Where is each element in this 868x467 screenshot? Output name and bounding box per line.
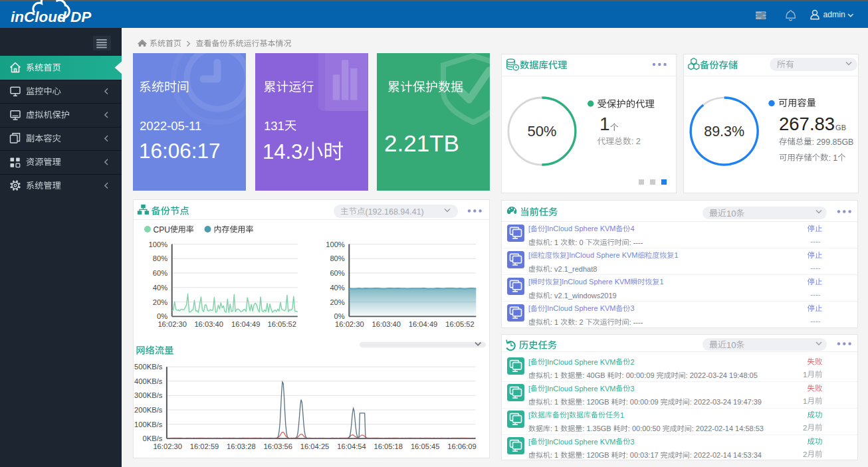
svg-text:16:02:30: 16:02:30 (153, 442, 182, 450)
svg-text:300KB/s: 300KB/s (134, 391, 163, 399)
svg-text:: 1: : 1 (828, 153, 837, 163)
svg-text:131: 131 (264, 119, 284, 133)
svg-text:----: ---- (810, 264, 820, 272)
svg-text:: 2: : 2 (631, 136, 641, 146)
svg-text:20%: 20% (330, 298, 344, 306)
svg-text:2022-05-11: 2022-05-11 (140, 119, 201, 133)
svg-text:: 1: : 1 (550, 371, 560, 379)
svg-text:400KB/s: 400KB/s (134, 377, 163, 385)
svg-text:16:05:45: 16:05:45 (411, 442, 440, 450)
svg-text:2: 2 (803, 424, 807, 432)
svg-text:16:05:52: 16:05:52 (445, 320, 475, 328)
svg-text:[: [ (528, 438, 530, 446)
svg-text:80%: 80% (330, 254, 344, 262)
svg-text:: 1: : 1 (550, 318, 560, 326)
svg-text:: 299.85GB: : 299.85GB (812, 138, 854, 147)
svg-text:40%: 40% (330, 284, 344, 292)
svg-text:16:02:30: 16:02:30 (158, 320, 187, 328)
svg-text:2: 2 (630, 358, 634, 366)
svg-text:60%: 60% (330, 269, 344, 277)
svg-text:0%: 0% (334, 312, 345, 320)
svg-text:16:03:56: 16:03:56 (264, 442, 293, 450)
svg-text:[: [ (528, 385, 530, 393)
svg-text:: 1: : 1 (550, 424, 560, 432)
svg-text:: 120GB: : 120GB (582, 451, 611, 459)
svg-text:]InCloud Sphere KVM: ]InCloud Sphere KVM (545, 304, 615, 312)
svg-text:16:05:52: 16:05:52 (268, 320, 297, 328)
svg-text:]InCloud Sphere KVM: ]InCloud Sphere KVM (567, 251, 637, 259)
svg-text:100KB/s: 100KB/s (134, 420, 163, 428)
svg-text:GB: GB (835, 124, 846, 132)
svg-text:4: 4 (630, 225, 634, 233)
svg-text:----: ---- (810, 317, 820, 325)
svg-text:1: 1 (803, 397, 807, 405)
svg-text:]InCloud Sphere KVM: ]InCloud Sphere KVM (545, 225, 615, 233)
svg-text:: 40GB: : 40GB (582, 371, 607, 379)
svg-text:: ----: : ---- (629, 318, 643, 326)
svg-text:16:06:09: 16:06:09 (447, 442, 477, 450)
svg-text:[: [ (528, 251, 530, 259)
svg-text:: 00:00:09: : 00:00:09 (626, 398, 661, 406)
svg-text:: 1: : 1 (550, 451, 560, 459)
svg-text:]InCloud Sphere KVM: ]InCloud Sphere KVM (545, 438, 615, 446)
svg-text:267.83: 267.83 (779, 114, 835, 134)
svg-text:60%: 60% (153, 269, 167, 277)
svg-text:10: 10 (726, 340, 736, 350)
svg-text:20%: 20% (153, 298, 167, 306)
svg-text:16:03:40: 16:03:40 (194, 320, 223, 328)
svg-text:inCloud DP: inCloud DP (11, 9, 92, 25)
svg-text:[: [ (528, 225, 530, 233)
svg-text:: 2022-02-14 14:53:34: : 2022-02-14 14:53:34 (690, 451, 762, 459)
svg-text:16:03:28: 16:03:28 (227, 442, 256, 450)
svg-text:: v2.1_windows2019: : v2.1_windows2019 (550, 292, 617, 300)
svg-text:: ----: : ---- (629, 238, 643, 246)
svg-text:89.3%: 89.3% (704, 124, 744, 140)
svg-text:----: ---- (810, 290, 820, 298)
svg-text:16:05:18: 16:05:18 (374, 442, 403, 450)
svg-text:16:04:25: 16:04:25 (300, 442, 330, 450)
svg-text:[: [ (528, 304, 530, 312)
svg-text:3: 3 (630, 304, 634, 312)
svg-text:(192.168.94.41): (192.168.94.41) (366, 207, 424, 217)
svg-text:admin: admin (823, 10, 845, 19)
svg-text:: 0: : 0 (575, 238, 585, 246)
svg-text:: 00:00:09: : 00:00:09 (622, 371, 657, 379)
svg-text:100%: 100% (149, 240, 168, 248)
svg-text:CPU: CPU (154, 225, 170, 234)
svg-text:: 2022-03-24 19:48:05: : 2022-03-24 19:48:05 (686, 371, 758, 379)
svg-text:: 1: : 1 (550, 238, 560, 246)
svg-text:80%: 80% (153, 254, 167, 262)
svg-text:]InCloud Sphere KVM: ]InCloud Sphere KVM (545, 385, 615, 393)
svg-text:]InCloud Sphere KVM: ]InCloud Sphere KVM (545, 358, 615, 366)
svg-text:3: 3 (630, 385, 634, 393)
svg-text:1: 1 (674, 251, 678, 259)
svg-text:: v2.1_redhat8: : v2.1_redhat8 (550, 265, 597, 273)
svg-text:1: 1 (803, 371, 807, 379)
svg-text:: 00:03:17: : 00:03:17 (626, 451, 661, 459)
svg-text:]: ] (567, 411, 569, 419)
svg-text:3: 3 (630, 438, 634, 446)
svg-text:16:02:59: 16:02:59 (190, 442, 219, 450)
svg-text:0%: 0% (157, 312, 167, 320)
svg-text:: 2022-02-14 14:58:53: : 2022-02-14 14:58:53 (692, 424, 764, 432)
svg-text:: 2022-03-24 19:47:39: : 2022-03-24 19:47:39 (690, 398, 762, 406)
svg-text:[: [ (528, 411, 530, 419)
svg-text:16:03:40: 16:03:40 (372, 320, 401, 328)
svg-text:: 120GB: : 120GB (582, 398, 611, 406)
svg-text:----: ---- (810, 237, 820, 245)
svg-text:: 1: : 1 (550, 398, 560, 406)
svg-text:16:04:49: 16:04:49 (409, 320, 438, 328)
svg-text:: 1.35GB: : 1.35GB (582, 424, 613, 432)
svg-text:50%: 50% (527, 123, 556, 140)
svg-text:: 2: : 2 (575, 318, 585, 326)
svg-text:14.3: 14.3 (263, 140, 302, 163)
svg-text:10: 10 (726, 209, 736, 219)
svg-text:]InCloud Sphere KVM: ]InCloud Sphere KVM (560, 278, 630, 286)
svg-text:1: 1 (620, 411, 624, 419)
svg-text:16:04:54: 16:04:54 (337, 442, 366, 450)
svg-text:0KB/s: 0KB/s (143, 434, 163, 442)
svg-text:2: 2 (803, 450, 807, 458)
svg-text:1: 1 (599, 114, 610, 134)
svg-text:40%: 40% (153, 284, 167, 292)
svg-text:16:06:17: 16:06:17 (139, 139, 221, 163)
